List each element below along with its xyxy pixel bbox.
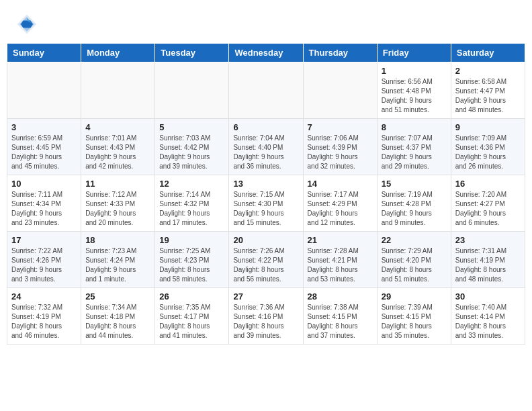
calendar-day-cell: 2Sunrise: 6:58 AM Sunset: 4:47 PM Daylig… [451,62,525,119]
calendar-day-header: Wednesday [229,44,303,62]
day-number: 23 [455,235,521,245]
day-info: Sunrise: 7:15 AM Sunset: 4:30 PM Dayligh… [233,190,298,228]
day-number: 30 [455,291,521,302]
day-number: 21 [308,235,373,245]
day-info: Sunrise: 7:19 AM Sunset: 4:28 PM Dayligh… [382,190,447,228]
day-info: Sunrise: 7:12 AM Sunset: 4:33 PM Dayligh… [85,190,150,228]
calendar-day-header: Friday [377,44,451,62]
calendar-day-cell: 13Sunrise: 7:15 AM Sunset: 4:30 PM Dayli… [229,175,303,232]
day-number: 29 [382,291,447,302]
calendar-week-row: 1Sunrise: 6:56 AM Sunset: 4:48 PM Daylig… [7,62,525,119]
calendar-day-cell [229,62,303,119]
day-number: 17 [11,235,77,245]
calendar-week-row: 17Sunrise: 7:22 AM Sunset: 4:26 PM Dayli… [7,232,525,288]
calendar-day-header: Thursday [303,44,377,62]
day-number: 14 [308,179,373,189]
calendar-day-cell: 23Sunrise: 7:31 AM Sunset: 4:19 PM Dayli… [451,232,525,288]
calendar-day-cell: 19Sunrise: 7:25 AM Sunset: 4:23 PM Dayli… [155,232,229,288]
day-number: 7 [308,122,373,132]
calendar-day-cell: 26Sunrise: 7:35 AM Sunset: 4:17 PM Dayli… [155,288,229,345]
logo [15,12,43,36]
calendar-day-cell: 28Sunrise: 7:38 AM Sunset: 4:15 PM Dayli… [303,288,377,345]
calendar-day-cell: 7Sunrise: 7:06 AM Sunset: 4:39 PM Daylig… [303,119,377,175]
day-info: Sunrise: 7:26 AM Sunset: 4:22 PM Dayligh… [233,246,298,284]
calendar-day-cell: 6Sunrise: 7:04 AM Sunset: 4:40 PM Daylig… [229,119,303,175]
day-info: Sunrise: 7:22 AM Sunset: 4:26 PM Dayligh… [11,246,77,284]
calendar-day-header: Monday [81,44,155,62]
day-number: 28 [308,291,373,302]
day-number: 13 [233,179,298,189]
day-info: Sunrise: 7:32 AM Sunset: 4:19 PM Dayligh… [11,303,77,340]
calendar-day-cell: 11Sunrise: 7:12 AM Sunset: 4:33 PM Dayli… [81,175,155,232]
day-info: Sunrise: 7:01 AM Sunset: 4:43 PM Dayligh… [85,134,150,171]
svg-marker-2 [21,21,33,28]
calendar-day-cell: 22Sunrise: 7:29 AM Sunset: 4:20 PM Dayli… [377,232,451,288]
calendar-day-header: Saturday [451,44,525,62]
logo-icon [15,12,39,36]
day-info: Sunrise: 7:29 AM Sunset: 4:20 PM Dayligh… [382,246,447,284]
day-info: Sunrise: 7:11 AM Sunset: 4:34 PM Dayligh… [11,190,77,228]
calendar-day-cell: 9Sunrise: 7:09 AM Sunset: 4:36 PM Daylig… [451,119,525,175]
calendar-header-row: SundayMondayTuesdayWednesdayThursdayFrid… [7,44,525,62]
calendar-week-row: 24Sunrise: 7:32 AM Sunset: 4:19 PM Dayli… [7,288,525,345]
calendar-day-cell: 4Sunrise: 7:01 AM Sunset: 4:43 PM Daylig… [81,119,155,175]
calendar-day-cell: 18Sunrise: 7:23 AM Sunset: 4:24 PM Dayli… [81,232,155,288]
day-info: Sunrise: 7:31 AM Sunset: 4:19 PM Dayligh… [455,246,521,284]
day-number: 8 [382,122,447,132]
calendar-day-cell: 12Sunrise: 7:14 AM Sunset: 4:32 PM Dayli… [155,175,229,232]
day-info: Sunrise: 7:03 AM Sunset: 4:42 PM Dayligh… [159,134,224,171]
day-number: 3 [11,122,77,132]
day-number: 19 [159,235,224,245]
day-info: Sunrise: 7:07 AM Sunset: 4:37 PM Dayligh… [382,134,447,171]
calendar-day-cell: 8Sunrise: 7:07 AM Sunset: 4:37 PM Daylig… [377,119,451,175]
calendar-day-cell: 5Sunrise: 7:03 AM Sunset: 4:42 PM Daylig… [155,119,229,175]
calendar-day-cell: 14Sunrise: 7:17 AM Sunset: 4:29 PM Dayli… [303,175,377,232]
day-info: Sunrise: 6:58 AM Sunset: 4:47 PM Dayligh… [455,77,521,115]
calendar-day-cell: 1Sunrise: 6:56 AM Sunset: 4:48 PM Daylig… [377,62,451,119]
day-info: Sunrise: 7:09 AM Sunset: 4:36 PM Dayligh… [455,134,521,171]
day-number: 1 [382,66,447,76]
day-info: Sunrise: 7:40 AM Sunset: 4:14 PM Dayligh… [455,303,521,340]
day-number: 22 [382,235,447,245]
day-number: 24 [11,291,77,302]
day-info: Sunrise: 7:34 AM Sunset: 4:18 PM Dayligh… [85,303,150,340]
day-info: Sunrise: 7:25 AM Sunset: 4:23 PM Dayligh… [159,246,224,284]
calendar-day-cell: 21Sunrise: 7:28 AM Sunset: 4:21 PM Dayli… [303,232,377,288]
calendar-day-header: Sunday [7,44,81,62]
calendar-table: SundayMondayTuesdayWednesdayThursdayFrid… [7,43,525,345]
day-number: 6 [233,122,298,132]
calendar-day-cell: 3Sunrise: 6:59 AM Sunset: 4:45 PM Daylig… [7,119,81,175]
calendar-wrapper: SundayMondayTuesdayWednesdayThursdayFrid… [0,43,532,351]
day-info: Sunrise: 7:28 AM Sunset: 4:21 PM Dayligh… [308,246,373,284]
day-info: Sunrise: 7:39 AM Sunset: 4:15 PM Dayligh… [382,303,447,340]
day-info: Sunrise: 6:56 AM Sunset: 4:48 PM Dayligh… [382,77,447,115]
day-info: Sunrise: 7:23 AM Sunset: 4:24 PM Dayligh… [85,246,150,284]
calendar-day-cell: 24Sunrise: 7:32 AM Sunset: 4:19 PM Dayli… [7,288,81,345]
calendar-day-cell: 15Sunrise: 7:19 AM Sunset: 4:28 PM Dayli… [377,175,451,232]
day-number: 2 [455,66,521,76]
day-info: Sunrise: 7:20 AM Sunset: 4:27 PM Dayligh… [455,190,521,228]
day-info: Sunrise: 7:35 AM Sunset: 4:17 PM Dayligh… [159,303,224,340]
calendar-day-cell: 16Sunrise: 7:20 AM Sunset: 4:27 PM Dayli… [451,175,525,232]
calendar-day-cell [81,62,155,119]
day-number: 9 [455,122,521,132]
calendar-day-cell [303,62,377,119]
calendar-day-cell: 30Sunrise: 7:40 AM Sunset: 4:14 PM Dayli… [451,288,525,345]
day-number: 26 [159,291,224,302]
calendar-day-cell: 17Sunrise: 7:22 AM Sunset: 4:26 PM Dayli… [7,232,81,288]
day-info: Sunrise: 6:59 AM Sunset: 4:45 PM Dayligh… [11,134,77,171]
day-info: Sunrise: 7:14 AM Sunset: 4:32 PM Dayligh… [159,190,224,228]
day-number: 5 [159,122,224,132]
day-number: 11 [85,179,150,189]
day-number: 12 [159,179,224,189]
calendar-day-cell: 20Sunrise: 7:26 AM Sunset: 4:22 PM Dayli… [229,232,303,288]
day-number: 10 [11,179,77,189]
calendar-day-cell: 27Sunrise: 7:36 AM Sunset: 4:16 PM Dayli… [229,288,303,345]
page-header [0,0,532,43]
day-number: 18 [85,235,150,245]
day-number: 25 [85,291,150,302]
calendar-day-cell: 25Sunrise: 7:34 AM Sunset: 4:18 PM Dayli… [81,288,155,345]
day-info: Sunrise: 7:06 AM Sunset: 4:39 PM Dayligh… [308,134,373,171]
day-number: 15 [382,179,447,189]
day-info: Sunrise: 7:36 AM Sunset: 4:16 PM Dayligh… [233,303,298,340]
